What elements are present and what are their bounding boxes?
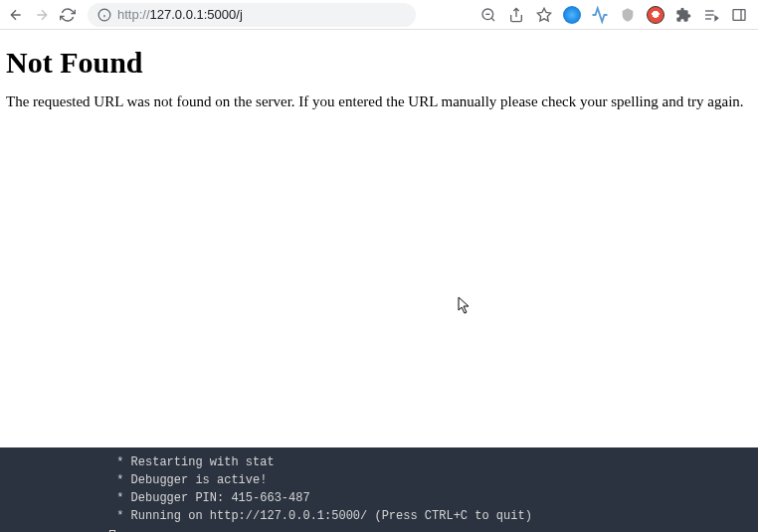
sidepanel-icon[interactable] — [730, 6, 748, 24]
error-heading: Not Found — [6, 46, 752, 80]
extension-icon-1[interactable] — [563, 6, 581, 24]
svg-marker-10 — [715, 16, 718, 20]
site-info-icon[interactable] — [97, 8, 111, 22]
playlist-icon[interactable] — [702, 6, 720, 24]
terminal-line: * Debugger PIN: 415-663-487 — [109, 489, 758, 507]
terminal-panel[interactable]: * Restarting with stat * Debugger is act… — [0, 447, 758, 532]
toolbar-actions — [479, 6, 752, 24]
reload-button[interactable] — [58, 5, 78, 25]
terminal-line: * Running on http://127.0.0.1:5000/ (Pre… — [109, 507, 758, 525]
extensions-puzzle-icon[interactable] — [674, 6, 692, 24]
back-button[interactable] — [6, 5, 26, 25]
extension-shield-icon[interactable] — [619, 6, 637, 24]
bookmark-star-icon[interactable] — [535, 6, 553, 24]
share-icon[interactable] — [507, 6, 525, 24]
svg-rect-11 — [733, 9, 745, 20]
terminal-line: * Debugger is active! — [109, 471, 758, 489]
address-bar[interactable]: http://127.0.0.1:5000/j — [88, 3, 416, 27]
arrow-right-icon — [34, 7, 50, 23]
extension-pokeball-icon[interactable] — [647, 6, 664, 24]
svg-marker-6 — [537, 8, 550, 21]
zoom-icon[interactable] — [479, 6, 497, 24]
mouse-cursor-icon — [458, 296, 474, 316]
browser-toolbar: http://127.0.0.1:5000/j — [0, 0, 758, 30]
page-content: Not Found The requested URL was not foun… — [0, 30, 758, 126]
arrow-left-icon — [8, 7, 24, 23]
svg-line-4 — [491, 18, 494, 21]
url-display: http://127.0.0.1:5000/j — [117, 7, 243, 22]
extension-pulse-icon[interactable] — [591, 6, 609, 24]
forward-button[interactable] — [32, 5, 52, 25]
terminal-cursor-line — [109, 525, 758, 532]
error-message: The requested URL was not found on the s… — [6, 93, 752, 110]
reload-icon — [60, 7, 76, 23]
terminal-line: * Restarting with stat — [109, 453, 758, 471]
